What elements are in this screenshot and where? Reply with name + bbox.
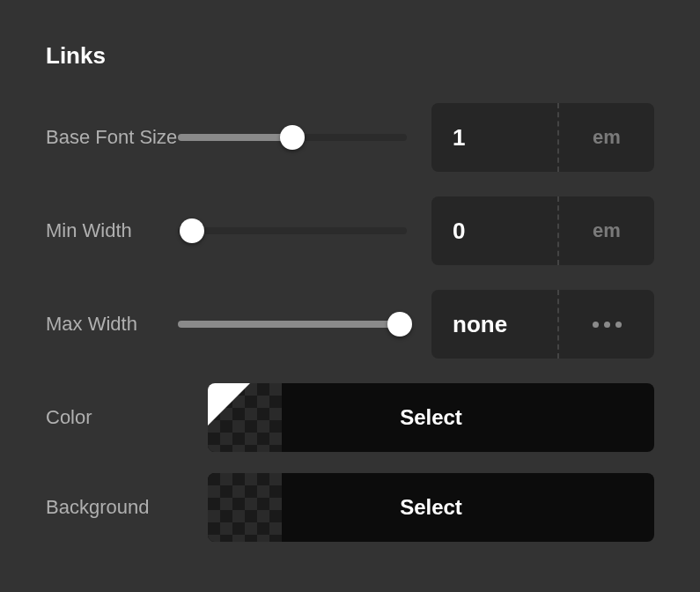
base-font-size-value[interactable]: 1 (431, 103, 557, 172)
color-swatch-triangle (208, 383, 250, 426)
slider-thumb[interactable] (387, 312, 412, 337)
background-label: Background (46, 495, 178, 520)
max-width-slider-wrap (178, 321, 407, 328)
base-font-size-slider[interactable] (178, 134, 407, 141)
max-width-slider[interactable] (178, 321, 407, 328)
max-width-value[interactable]: none (431, 290, 557, 359)
min-width-value-box[interactable]: 0 em (431, 196, 654, 265)
slider-thumb[interactable] (280, 125, 305, 150)
base-font-size-row: Base Font Size 1 em (46, 103, 654, 172)
color-label: Color (46, 405, 178, 430)
base-font-size-value-box[interactable]: 1 em (431, 103, 654, 172)
slider-thumb[interactable] (180, 218, 204, 243)
section-title: Links (46, 42, 654, 70)
max-width-unit-more[interactable] (557, 290, 654, 359)
background-select-button[interactable]: Select (208, 473, 654, 542)
color-row: Color Select (46, 383, 654, 452)
min-width-slider-wrap (178, 227, 407, 234)
slider-fill (178, 134, 292, 141)
color-swatch (208, 383, 282, 452)
max-width-label: Max Width (46, 312, 178, 337)
base-font-size-unit[interactable]: em (557, 103, 654, 172)
max-width-row: Max Width none (46, 290, 654, 359)
color-select-button[interactable]: Select (208, 383, 654, 452)
slider-fill (178, 321, 407, 328)
min-width-value[interactable]: 0 (431, 196, 557, 265)
base-font-size-label: Base Font Size (46, 125, 178, 150)
base-font-size-slider-wrap (178, 134, 407, 141)
min-width-row: Min Width 0 em (46, 196, 654, 265)
background-row: Background Select (46, 473, 654, 542)
background-swatch (208, 473, 282, 542)
min-width-label: Min Width (46, 218, 178, 243)
min-width-slider[interactable] (178, 227, 407, 234)
more-icon (593, 322, 622, 328)
min-width-unit[interactable]: em (557, 196, 654, 265)
max-width-value-box[interactable]: none (431, 290, 654, 359)
